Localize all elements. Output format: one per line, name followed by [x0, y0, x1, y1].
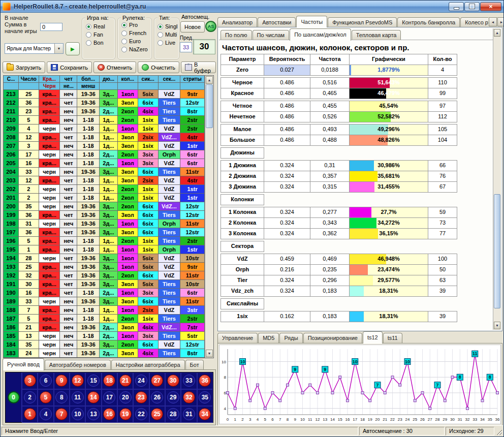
- roulette-number-27[interactable]: 27: [151, 374, 163, 387]
- tab-scroll-right-icon[interactable]: ►: [497, 17, 504, 26]
- history-scrollbar[interactable]: ▲ ▼: [205, 76, 213, 358]
- roulette-number-3[interactable]: 3: [24, 374, 36, 387]
- scroll-down-icon[interactable]: ▼: [494, 322, 500, 329]
- roulette-number-7[interactable]: 7: [55, 408, 68, 420]
- history-row[interactable]: 19936кра...чет19-363д...3кол6sixTiers12s…: [4, 211, 205, 220]
- roulette-number-12[interactable]: 12: [72, 374, 84, 387]
- roulette-number-13[interactable]: 13: [87, 408, 100, 420]
- freq-tab-1[interactable]: По числам: [253, 30, 290, 40]
- roulette-number-33[interactable]: 33: [183, 374, 195, 387]
- roulette-number-10[interactable]: 10: [72, 408, 84, 420]
- history-row[interactable]: 21236кра...чет19-363д...3кол6sixTiers12s…: [4, 99, 205, 107]
- resize-grip[interactable]: [495, 427, 502, 435]
- roulette-number-17[interactable]: 17: [103, 391, 115, 403]
- history-row[interactable]: 18621кра...неч19-362д...3кол4sixVdZ...7s…: [4, 323, 205, 332]
- input-tab-1[interactable]: Автограббер номеров: [45, 360, 111, 370]
- frequencies-scroll-thumb[interactable]: [494, 194, 500, 308]
- frequencies-row[interactable]: Красное0.4860,46546,479%99: [221, 88, 459, 99]
- chart-tab-3[interactable]: Позиционирование: [303, 333, 362, 343]
- roulette-number-20[interactable]: 20: [119, 391, 132, 403]
- main-tab-5[interactable]: Колесо рулет...: [460, 17, 488, 27]
- freq-tab-3[interactable]: Тепловая карта: [352, 30, 401, 40]
- roulette-number-31[interactable]: 31: [183, 408, 195, 420]
- roulette-number-21[interactable]: 21: [119, 374, 132, 387]
- chart-tab-4[interactable]: ts12: [363, 331, 383, 344]
- roulette-number-8[interactable]: 8: [55, 391, 68, 403]
- history-row[interactable]: 20617черннеч1-182д...2кол3sixOrph6str: [4, 150, 205, 159]
- tab-scroll-left-icon[interactable]: ◄: [489, 17, 497, 26]
- roulette-number-30[interactable]: 30: [167, 374, 179, 387]
- chart-tab-2[interactable]: Ряды: [279, 333, 302, 343]
- history-row[interactable]: 21123кра...неч19-362д...2кол4sixTiers8st…: [4, 107, 205, 116]
- main-tab-3[interactable]: Функционал PsevdoMS: [328, 17, 397, 27]
- frequencies-row[interactable]: Черное0.4860,51651,643%110: [221, 78, 459, 88]
- roulette-number-0[interactable]: 0: [8, 391, 20, 403]
- input-tab-0[interactable]: Ручной ввод: [3, 358, 44, 370]
- history-row[interactable]: 2094чернчет1-181д...1кол1sixVdZ2str: [4, 124, 205, 133]
- history-row[interactable]: 1875кра...неч1-181д...2кол1sixTiers2str: [4, 315, 205, 323]
- roulette-number-24[interactable]: 24: [135, 374, 147, 387]
- frequencies-row[interactable]: 1six0.1620,18318,31%39: [221, 311, 459, 322]
- main-tab-0[interactable]: Анализатор: [217, 17, 257, 27]
- chart-tab-5[interactable]: ts11: [383, 333, 402, 343]
- history-row[interactable]: 20433черннеч19-363д...3кол6sixTiers11str: [4, 168, 205, 176]
- frequencies-row[interactable]: 3 Колонка0.3240,36236,15%77: [221, 229, 459, 239]
- roulette-number-1[interactable]: 1: [24, 408, 36, 420]
- radio-real[interactable]: Real: [86, 22, 115, 30]
- chart-tab-0[interactable]: Управление: [217, 333, 258, 343]
- frequencies-row[interactable]: Orph0.2160,23523,474%50: [221, 265, 459, 275]
- history-row[interactable]: 18324чернчет19-362д...3кол4sixTiers8str: [4, 349, 205, 358]
- roulette-number-19[interactable]: 19: [119, 408, 132, 420]
- radio-fan[interactable]: Fan: [86, 30, 115, 39]
- chevron-down-icon[interactable]: ▼: [54, 44, 63, 53]
- radio-euro[interactable]: Euro: [121, 37, 151, 45]
- radio-bon[interactable]: Bon: [86, 39, 115, 47]
- history-row[interactable]: 1951кра...неч1-181д...1кол1sixOrph1str: [4, 245, 205, 254]
- roulette-number-29[interactable]: 29: [167, 391, 179, 403]
- roulette-number-25[interactable]: 25: [151, 408, 163, 420]
- frequencies-row[interactable]: 3 Дюжина0.3240,31531,455%67: [221, 182, 459, 193]
- radio-singl[interactable]: Singl: [158, 22, 179, 30]
- frequencies-row[interactable]: Tier0.3240,29629,577%63: [221, 275, 459, 286]
- roulette-number-22[interactable]: 22: [135, 408, 147, 420]
- main-tab-2[interactable]: Частоты: [296, 16, 327, 27]
- scroll-down-icon[interactable]: ▼: [206, 350, 213, 357]
- history-row[interactable]: 21325кра...неч19-363д...1кол5sixVdZ9str: [4, 90, 205, 99]
- roulette-number-36[interactable]: 36: [199, 374, 211, 387]
- history-row[interactable]: 2012чернчет1-181д...2кол1sixVdZ1str: [4, 194, 205, 202]
- load-button[interactable]: Загрузить: [3, 61, 45, 73]
- roulette-number-26[interactable]: 26: [151, 391, 163, 403]
- history-row[interactable]: 19736кра...чет19-363д...3кол6sixTiers12s…: [4, 228, 205, 237]
- frequencies-row[interactable]: Большое0.4860,48848,826%104: [221, 135, 459, 146]
- as-indicator[interactable]: AS: [205, 21, 216, 32]
- frequencies-scrollbar[interactable]: ▲ ▼: [493, 28, 501, 330]
- roulette-number-5[interactable]: 5: [40, 391, 52, 403]
- frequencies-row[interactable]: Нечетное0.4860,52652,582%112: [221, 112, 459, 122]
- play-button[interactable]: ►: [66, 42, 80, 55]
- freq-tab-0[interactable]: По полю: [220, 30, 252, 40]
- minimize-button[interactable]: [449, 2, 464, 11]
- roulette-number-35[interactable]: 35: [199, 391, 211, 403]
- history-row[interactable]: 18513черннеч1-182д...1кол3sixTiers5str: [4, 332, 205, 340]
- input-tab-3[interactable]: Бот: [185, 360, 204, 370]
- roulette-number-14[interactable]: 14: [87, 391, 100, 403]
- history-row[interactable]: 19016кра...чет1-182д...1кол3sixTiers6str: [4, 289, 205, 297]
- main-tab-1[interactable]: Автоставки: [258, 17, 296, 27]
- frequencies-row[interactable]: Zero0.0270,01881,8779%4: [221, 65, 459, 76]
- frequencies-row[interactable]: Малое0.4860,49349,296%105: [221, 124, 459, 135]
- history-row[interactable]: 2022чернчет1-181д...2кол1sixVdZ1str: [4, 185, 205, 194]
- roulette-number-18[interactable]: 18: [103, 374, 115, 387]
- freq-tab-2[interactable]: По шансам/дюж/кол: [290, 28, 351, 41]
- scroll-up-icon[interactable]: ▲: [494, 29, 500, 37]
- radio-french[interactable]: French: [121, 29, 151, 37]
- scroll-up-icon[interactable]: ▲: [206, 76, 213, 84]
- history-row[interactable]: 1965кра...неч1-181д...2кол1sixTiers2str: [4, 237, 205, 245]
- roulette-number-28[interactable]: 28: [167, 408, 179, 420]
- history-row[interactable]: 20312кра...чет1-181д...3кол2sixVdZ4str: [4, 176, 205, 185]
- history-row[interactable]: 18933черннеч19-363д...3кол6sixTiers11str: [4, 297, 205, 306]
- roulette-number-34[interactable]: 34: [199, 408, 211, 420]
- save-button[interactable]: Сохранить: [47, 61, 92, 73]
- radio-multi[interactable]: Multi: [158, 30, 179, 39]
- input-tab-2[interactable]: Настройки автограббера: [111, 360, 185, 370]
- roulette-number-16[interactable]: 16: [103, 408, 115, 420]
